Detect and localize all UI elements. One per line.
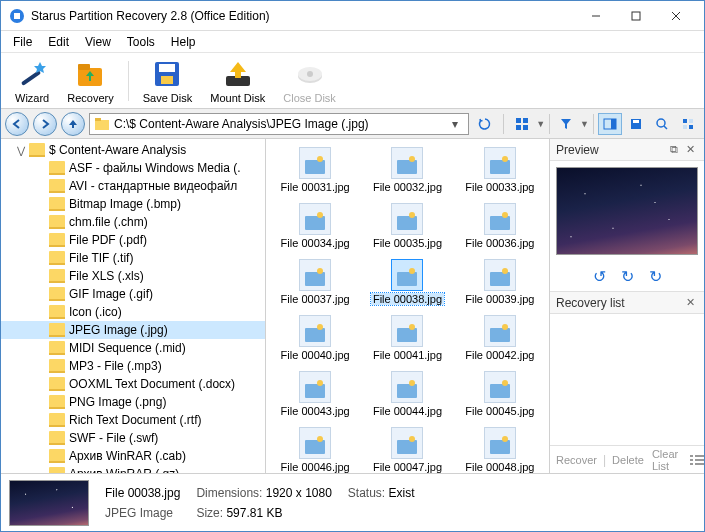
- tree-item[interactable]: Архив WinRAR (.cab): [1, 447, 265, 465]
- svg-rect-19: [516, 118, 521, 123]
- preview-toggle-button[interactable]: [598, 113, 622, 135]
- file-item[interactable]: File 00048.jpg: [455, 425, 545, 473]
- save-view-button[interactable]: [624, 113, 648, 135]
- tree-item[interactable]: OOXML Text Document (.docx): [1, 375, 265, 393]
- address-bar[interactable]: C:\$ Content-Aware Analysis\JPEG Image (…: [89, 113, 469, 135]
- file-item[interactable]: File 00040.jpg: [270, 313, 360, 363]
- file-item[interactable]: File 00046.jpg: [270, 425, 360, 473]
- tree-item[interactable]: PNG Image (.png): [1, 393, 265, 411]
- tree-item[interactable]: Icon (.ico): [1, 303, 265, 321]
- menu-view[interactable]: View: [77, 33, 119, 51]
- file-item[interactable]: File 00031.jpg: [270, 145, 360, 195]
- recovery-icon: [74, 58, 106, 90]
- chevron-down-icon[interactable]: ▼: [580, 119, 589, 129]
- file-item[interactable]: File 00047.jpg: [362, 425, 452, 473]
- search-button[interactable]: [650, 113, 674, 135]
- tree-item-label: Icon (.ico): [69, 305, 122, 319]
- mountdisk-button[interactable]: Mount Disk: [202, 56, 273, 106]
- chevron-down-icon[interactable]: ▼: [536, 119, 545, 129]
- file-item[interactable]: File 00034.jpg: [270, 201, 360, 251]
- tree-item[interactable]: SWF - File (.swf): [1, 429, 265, 447]
- status-filename: File 00038.jpg: [105, 486, 180, 500]
- file-item[interactable]: File 00041.jpg: [362, 313, 452, 363]
- folder-icon: [49, 341, 65, 355]
- file-item[interactable]: File 00035.jpg: [362, 201, 452, 251]
- tree-item[interactable]: File XLS (.xls): [1, 267, 265, 285]
- file-item[interactable]: File 00043.jpg: [270, 369, 360, 419]
- recovery-list[interactable]: [550, 314, 704, 445]
- savedisk-button[interactable]: Save Disk: [135, 56, 201, 106]
- file-label: File 00034.jpg: [281, 237, 350, 249]
- recovery-footer: Recover | Delete Clear List: [550, 445, 704, 473]
- tree-item[interactable]: GIF Image (.gif): [1, 285, 265, 303]
- wizard-button[interactable]: Wizard: [7, 56, 57, 106]
- tree-item[interactable]: AVI - стандартные видеофайл: [1, 177, 265, 195]
- clearlist-button[interactable]: Clear List: [650, 448, 680, 472]
- file-item[interactable]: File 00032.jpg: [362, 145, 452, 195]
- tree-item[interactable]: Архив WinRAR (.gz): [1, 465, 265, 473]
- tree-item[interactable]: File TIF (.tif): [1, 249, 265, 267]
- file-item[interactable]: File 00042.jpg: [455, 313, 545, 363]
- file-item[interactable]: File 00044.jpg: [362, 369, 452, 419]
- file-item[interactable]: File 00036.jpg: [455, 201, 545, 251]
- preview-pin-icon[interactable]: ⧉: [666, 143, 682, 156]
- file-item[interactable]: File 00039.jpg: [455, 257, 545, 307]
- tree-item[interactable]: chm.file (.chm): [1, 213, 265, 231]
- menu-edit[interactable]: Edit: [40, 33, 77, 51]
- menu-help[interactable]: Help: [163, 33, 204, 51]
- menu-tools[interactable]: Tools: [119, 33, 163, 51]
- menu-file[interactable]: File: [5, 33, 40, 51]
- file-grid[interactable]: File 00031.jpgFile 00032.jpgFile 00033.j…: [266, 139, 549, 473]
- rotate-180-button[interactable]: ↻: [618, 267, 636, 285]
- right-panel: Preview ⧉ ✕ ↺ ↻ ↻ Recovery list ✕ Recove…: [549, 139, 704, 473]
- tree-item[interactable]: MIDI Sequence (.mid): [1, 339, 265, 357]
- svg-rect-17: [95, 120, 109, 130]
- tree-root[interactable]: ⋁ $ Content-Aware Analysis: [1, 141, 265, 159]
- tree-item[interactable]: ASF - файлы Windows Media (.: [1, 159, 265, 177]
- tree-item[interactable]: Rich Text Document (.rtf): [1, 411, 265, 429]
- recovery-list-close-icon[interactable]: ✕: [682, 296, 698, 309]
- main-toolbar: Wizard Recovery Save Disk Mount Disk Clo…: [1, 53, 704, 109]
- tree-item[interactable]: File PDF (.pdf): [1, 231, 265, 249]
- collapse-icon[interactable]: ⋁: [15, 145, 27, 156]
- svg-rect-33: [690, 455, 693, 457]
- folder-icon: [49, 305, 65, 319]
- tree-item-label: chm.file (.chm): [69, 215, 148, 229]
- file-item[interactable]: File 00045.jpg: [455, 369, 545, 419]
- address-dropdown-icon[interactable]: ▾: [452, 117, 464, 131]
- svg-marker-7: [34, 62, 46, 73]
- folder-tree[interactable]: ⋁ $ Content-Aware Analysis ASF - файлы W…: [1, 139, 266, 473]
- rotate-right-button[interactable]: ↻: [646, 267, 664, 285]
- options-button[interactable]: [676, 113, 700, 135]
- close-button[interactable]: [656, 2, 696, 30]
- tree-item[interactable]: MP3 - File (.mp3): [1, 357, 265, 375]
- file-item[interactable]: File 00033.jpg: [455, 145, 545, 195]
- tree-item[interactable]: Bitmap Image (.bmp): [1, 195, 265, 213]
- closedisk-icon: [294, 58, 326, 90]
- nav-forward-button[interactable]: [33, 112, 57, 136]
- view-mode-button[interactable]: [510, 113, 534, 135]
- recovery-button[interactable]: Recovery: [59, 56, 121, 106]
- tree-item-label: File XLS (.xls): [69, 269, 144, 283]
- filter-button[interactable]: [554, 113, 578, 135]
- svg-rect-11: [159, 64, 175, 72]
- rotate-left-button[interactable]: ↺: [590, 267, 608, 285]
- tree-item[interactable]: JPEG Image (.jpg): [1, 321, 265, 339]
- file-item[interactable]: File 00038.jpg: [362, 257, 452, 307]
- refresh-button[interactable]: [473, 113, 497, 135]
- minimize-button[interactable]: [576, 2, 616, 30]
- preview-close-icon[interactable]: ✕: [682, 143, 698, 156]
- recovery-options-icon[interactable]: [688, 454, 705, 466]
- nav-up-button[interactable]: [61, 112, 85, 136]
- savedisk-icon: [151, 58, 183, 90]
- delete-button[interactable]: Delete: [610, 454, 646, 466]
- file-item[interactable]: File 00037.jpg: [270, 257, 360, 307]
- rotate-toolbar: ↺ ↻ ↻: [550, 261, 704, 292]
- file-thumbnail: [299, 427, 331, 459]
- nav-back-button[interactable]: [5, 112, 29, 136]
- recover-button[interactable]: Recover: [554, 454, 599, 466]
- file-thumbnail: [484, 427, 516, 459]
- maximize-button[interactable]: [616, 2, 656, 30]
- svg-rect-24: [611, 119, 616, 129]
- file-label: File 00033.jpg: [465, 181, 534, 193]
